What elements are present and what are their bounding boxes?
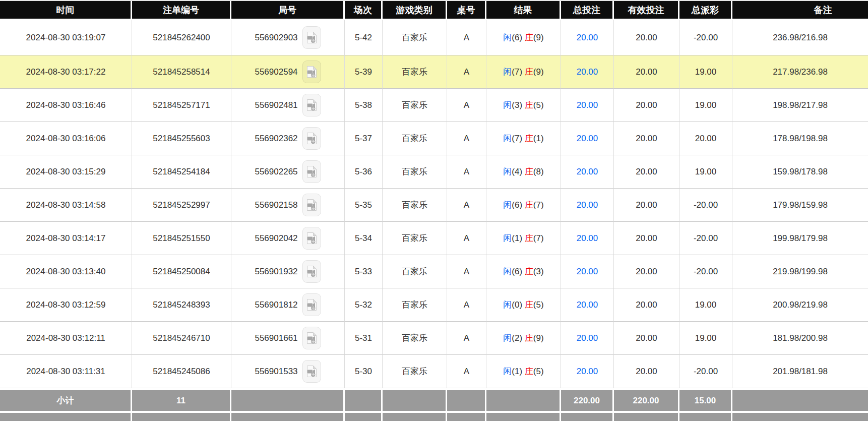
cell-bet-number: 521845248393: [132, 288, 231, 322]
result-player-label: 闲: [503, 367, 512, 376]
subtotal-row: 小计11220.00220.0015.00: [0, 388, 868, 411]
video-replay-button[interactable]: [302, 94, 321, 116]
total-bet-link[interactable]: 20.00: [577, 167, 598, 176]
table-row[interactable]: 2024-08-30 03:17:22521845258514556902594…: [0, 55, 868, 89]
table-row[interactable]: 2024-08-30 03:12:59521845248393556901812…: [0, 288, 868, 322]
cell-table-number: A: [447, 155, 486, 189]
cell-time: 2024-08-30 03:16:06: [0, 122, 132, 155]
total-bet-link[interactable]: 20.00: [577, 367, 598, 376]
cell-game-type: 百家乐: [383, 55, 447, 89]
table-row[interactable]: 2024-08-30 03:19:07521845262400556902903…: [0, 20, 868, 55]
round-number-text: 556901812: [255, 300, 297, 310]
video-replay-button[interactable]: [302, 227, 321, 250]
cell-game-type: 百家乐: [383, 288, 447, 322]
cell-round-number: 556901533: [231, 355, 345, 388]
table-row[interactable]: 2024-08-30 03:15:29521845254184556902265…: [0, 155, 868, 189]
cell-time: 2024-08-30 03:11:31: [0, 355, 132, 388]
cell-time: 2024-08-30 03:12:59: [0, 288, 132, 322]
video-replay-button[interactable]: [302, 26, 321, 49]
total-bet-link[interactable]: 20.00: [577, 267, 598, 276]
result-banker-value: (1): [533, 134, 544, 143]
video-replay-button[interactable]: [302, 360, 321, 383]
cell-bet-number: 521845254184: [132, 155, 231, 189]
video-replay-button[interactable]: [302, 61, 321, 83]
cell-remark: 198.98/217.98: [732, 89, 868, 122]
partial-cell: [732, 411, 868, 421]
video-icon: [306, 298, 317, 311]
subtotal-empty-table: [447, 388, 486, 411]
total-bet-link[interactable]: 20.00: [577, 134, 598, 143]
video-icon: [306, 365, 317, 378]
result-player-label: 闲: [503, 33, 512, 42]
column-header-sess: 场次: [345, 1, 383, 20]
table-row[interactable]: 2024-08-30 03:14:58521845252997556902158…: [0, 189, 868, 222]
table-row[interactable]: 2024-08-30 03:16:06521845255603556902362…: [0, 122, 868, 155]
cell-session: 5-33: [345, 255, 383, 288]
round-number-wrap: 556901661: [255, 327, 321, 349]
cell-payout: -20.00: [679, 255, 732, 288]
result-banker-label: 庄: [525, 134, 533, 143]
cell-table-number: A: [447, 222, 486, 255]
table-row[interactable]: 2024-08-30 03:13:40521845250084556901932…: [0, 255, 868, 288]
table-row[interactable]: 2024-08-30 03:16:46521845257171556902481…: [0, 89, 868, 122]
cell-total-bet: 20.00: [561, 322, 614, 355]
total-bet-link[interactable]: 20.00: [577, 233, 598, 243]
cell-game-type: 百家乐: [383, 189, 447, 222]
cell-valid-bet: 20.00: [614, 89, 679, 122]
round-number-wrap: 556902042: [255, 227, 321, 250]
video-replay-button[interactable]: [302, 127, 321, 150]
total-bet-link[interactable]: 20.00: [577, 100, 598, 110]
video-replay-button[interactable]: [302, 260, 321, 283]
partial-cell: [132, 411, 231, 421]
total-bet-link[interactable]: 20.00: [577, 33, 598, 42]
video-replay-button[interactable]: [302, 194, 321, 216]
total-bet-link[interactable]: 20.00: [577, 67, 598, 77]
total-bet-link[interactable]: 20.00: [577, 200, 598, 210]
cell-payout: -20.00: [679, 222, 732, 255]
cell-payout: 19.00: [679, 155, 732, 189]
cell-time: 2024-08-30 03:14:17: [0, 222, 132, 255]
result-banker-label: 庄: [525, 100, 533, 110]
subtotal-empty-round: [231, 388, 345, 411]
result-banker-label: 庄: [525, 300, 533, 310]
video-icon: [306, 132, 317, 145]
partial-cell: [447, 411, 486, 421]
cell-payout: 19.00: [679, 288, 732, 322]
cell-table-number: A: [447, 255, 486, 288]
cell-valid-bet: 20.00: [614, 189, 679, 222]
cell-remark: 236.98/216.98: [732, 20, 868, 55]
table-row[interactable]: 2024-08-30 03:12:11521845246710556901661…: [0, 322, 868, 355]
column-header-total: 总投注: [561, 1, 614, 20]
cell-round-number: 556902903: [231, 20, 345, 55]
total-bet-link[interactable]: 20.00: [577, 333, 598, 343]
video-replay-button[interactable]: [302, 293, 321, 316]
cell-session: 5-32: [345, 288, 383, 322]
round-number-wrap: 556901932: [255, 260, 321, 283]
table-row[interactable]: 2024-08-30 03:14:17521845251550556902042…: [0, 222, 868, 255]
cell-game-type: 百家乐: [383, 222, 447, 255]
cell-valid-bet: 20.00: [614, 122, 679, 155]
table-row[interactable]: 2024-08-30 03:11:31521845245086556901533…: [0, 355, 868, 388]
result-banker-value: (9): [533, 67, 544, 77]
video-replay-button[interactable]: [302, 327, 321, 349]
cell-result: 闲(1) 庄(5): [486, 355, 561, 388]
cell-round-number: 556902481: [231, 89, 345, 122]
video-replay-button[interactable]: [302, 160, 321, 183]
cell-result: 闲(3) 庄(5): [486, 89, 561, 122]
video-icon: [306, 99, 317, 111]
column-header-round: 局号: [231, 1, 345, 20]
cell-round-number: 556902362: [231, 122, 345, 155]
cell-valid-bet: 20.00: [614, 322, 679, 355]
table-header: 时间注单编号局号场次游戏类别桌号结果总投注有效投注总派彩备注: [0, 1, 868, 20]
cell-session: 5-36: [345, 155, 383, 189]
round-number-text: 556902594: [255, 67, 297, 77]
total-bet-link[interactable]: 20.00: [577, 300, 598, 310]
cell-payout: 19.00: [679, 55, 732, 89]
result-banker-value: (9): [533, 33, 544, 42]
cell-round-number: 556901812: [231, 288, 345, 322]
result-banker-label: 庄: [525, 267, 533, 276]
result-player-value: (0): [512, 300, 525, 310]
subtotal-empty-result: [486, 388, 561, 411]
partial-cell: [486, 411, 561, 421]
result-banker-value: (8): [533, 167, 544, 176]
